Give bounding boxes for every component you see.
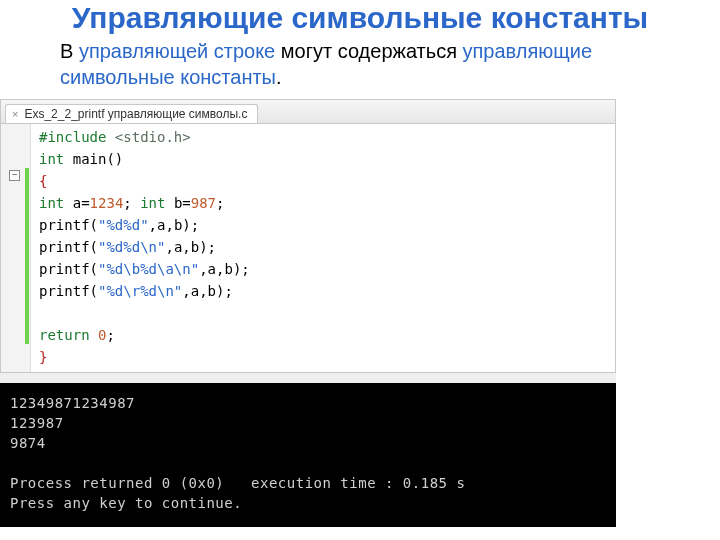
code-token: printf( (39, 283, 98, 299)
editor-tab-label: Exs_2_2_printf управляющие символы.c (24, 107, 247, 121)
code-token: ,a,b); (182, 283, 233, 299)
body-highlight-1: управляющей строке (79, 40, 275, 62)
code-token (90, 327, 98, 343)
console-status: Process returned 0 (0x0) execution time … (10, 475, 465, 491)
code-editor-window: × Exs_2_2_printf управляющие символы.c −… (0, 99, 616, 373)
editor-tab[interactable]: × Exs_2_2_printf управляющие символы.c (5, 104, 258, 123)
code-token: <stdio.h> (106, 129, 190, 145)
console-output: 12349871234987 123987 9874 Process retur… (0, 373, 616, 527)
slide-title: Управляющие символьные константы (0, 0, 720, 37)
code-token: printf( (39, 217, 98, 233)
code-token: #include (39, 129, 106, 145)
code-token: main() (64, 151, 123, 167)
code-token: b= (165, 195, 190, 211)
body-post: . (276, 66, 282, 88)
source-code[interactable]: #include <stdio.h> int main() { int a=12… (31, 124, 258, 372)
code-token: ; (106, 327, 114, 343)
code-token: "%d\r%d\n" (98, 283, 182, 299)
code-token: int (39, 195, 64, 211)
code-token: 987 (191, 195, 216, 211)
change-indicator (25, 168, 29, 344)
code-token: "%d\b%d\a\n" (98, 261, 199, 277)
console-text: 12349871234987 123987 9874 Process retur… (10, 393, 606, 513)
console-line: 9874 (10, 435, 46, 451)
slide-body: В управляющей строке могут содержаться у… (0, 37, 720, 98)
body-pre2: могут содержаться (275, 40, 462, 62)
code-token: { (39, 173, 47, 189)
console-prompt: Press any key to continue. (10, 495, 242, 511)
console-line: 12349871234987 (10, 395, 135, 411)
code-token: printf( (39, 261, 98, 277)
code-gutter: − (1, 124, 31, 372)
code-token: "%d%d" (98, 217, 149, 233)
code-token: printf( (39, 239, 98, 255)
code-token: ; (216, 195, 224, 211)
code-token: ,a,b); (149, 217, 200, 233)
code-token: 1234 (90, 195, 124, 211)
code-area: − #include <stdio.h> int main() { int a=… (1, 124, 615, 372)
code-token: return (39, 327, 90, 343)
close-icon[interactable]: × (12, 108, 18, 120)
editor-tabbar: × Exs_2_2_printf управляющие символы.c (1, 100, 615, 124)
body-pre1: В (60, 40, 79, 62)
fold-icon[interactable]: − (9, 170, 20, 181)
code-token: } (39, 349, 47, 365)
code-token: a= (64, 195, 89, 211)
code-token: int (39, 151, 64, 167)
code-token: ; (123, 195, 131, 211)
code-token: ,a,b); (199, 261, 250, 277)
console-line: 123987 (10, 415, 64, 431)
code-token: ,a,b); (165, 239, 216, 255)
code-token: int (132, 195, 166, 211)
code-token: "%d%d\n" (98, 239, 165, 255)
